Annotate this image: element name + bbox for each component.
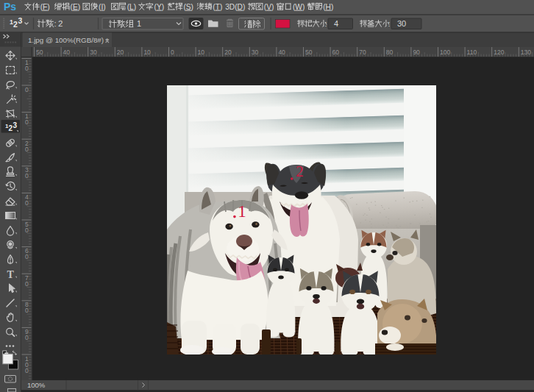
svg-text:0: 0 <box>25 118 29 126</box>
svg-text:0: 0 <box>25 146 29 153</box>
svg-text:0: 0 <box>25 227 29 234</box>
svg-text:(T): (T) <box>213 3 222 11</box>
svg-text:(H): (H) <box>323 3 333 11</box>
svg-text:0: 0 <box>25 65 29 72</box>
svg-text:40: 40 <box>63 49 71 56</box>
svg-text:20: 20 <box>117 49 124 56</box>
svg-text:0: 0 <box>25 280 29 288</box>
svg-text:1.jpg @ 100%(RGB/8#) *: 1.jpg @ 100%(RGB/8#) * <box>28 36 109 44</box>
svg-text:50: 50 <box>305 49 313 56</box>
svg-text:1: 1 <box>137 19 141 28</box>
svg-text:0: 0 <box>25 367 29 374</box>
svg-text:30: 30 <box>397 19 406 28</box>
svg-text:70: 70 <box>359 49 366 56</box>
svg-text:120: 120 <box>494 49 504 56</box>
svg-text:(Y): (Y) <box>154 3 165 11</box>
svg-text:80: 80 <box>386 49 394 56</box>
svg-text:60: 60 <box>332 49 340 56</box>
svg-text:90: 90 <box>413 49 420 56</box>
svg-text:10: 10 <box>143 49 151 56</box>
svg-text::: : <box>54 19 57 28</box>
svg-text:(S): (S) <box>183 3 193 11</box>
svg-text:10: 10 <box>198 49 205 56</box>
svg-text:100%: 100% <box>27 381 46 389</box>
svg-text:Ps: Ps <box>4 1 16 13</box>
svg-text:4: 4 <box>334 19 338 28</box>
svg-text:0: 0 <box>25 172 29 179</box>
svg-text:100: 100 <box>440 49 450 56</box>
svg-text:40: 40 <box>278 49 285 56</box>
svg-text:30: 30 <box>90 49 97 56</box>
svg-text:3: 3 <box>13 121 18 129</box>
svg-text:0: 0 <box>25 334 29 341</box>
svg-text:0: 0 <box>25 307 29 314</box>
svg-text:(I): (I) <box>99 3 106 11</box>
svg-text:3: 3 <box>18 16 23 25</box>
svg-text:2: 2 <box>13 20 18 29</box>
svg-text:(E): (E) <box>71 3 81 11</box>
svg-text::: : <box>388 19 391 28</box>
svg-text:(F): (F) <box>40 3 50 11</box>
svg-text:0: 0 <box>171 49 174 56</box>
svg-text:(V): (V) <box>264 3 274 11</box>
svg-text:30: 30 <box>252 49 259 56</box>
svg-text:T: T <box>7 269 15 280</box>
svg-text:2: 2 <box>296 163 304 180</box>
svg-text:(W): (W) <box>293 3 305 11</box>
svg-text:20: 20 <box>224 49 232 56</box>
svg-text:(L): (L) <box>127 3 136 11</box>
svg-text:50: 50 <box>36 49 43 56</box>
svg-text:0: 0 <box>25 199 29 207</box>
svg-text:2: 2 <box>58 19 63 28</box>
svg-text:0: 0 <box>25 86 29 93</box>
svg-text:110: 110 <box>467 49 477 56</box>
svg-text:3D(D): 3D(D) <box>225 3 245 11</box>
svg-text::: : <box>325 19 327 28</box>
svg-text:1: 1 <box>238 202 246 221</box>
svg-text:0: 0 <box>25 253 29 260</box>
svg-text:130: 130 <box>521 49 531 56</box>
